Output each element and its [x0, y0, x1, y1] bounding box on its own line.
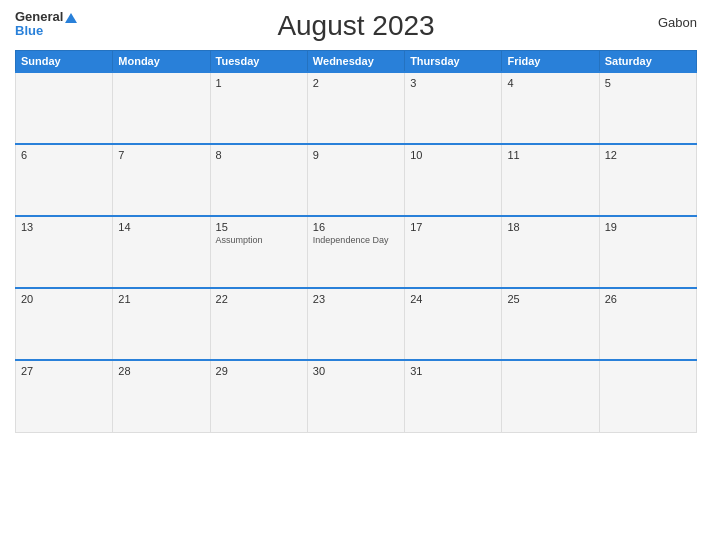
day-cell: 30	[307, 360, 404, 432]
day-cell: 23	[307, 288, 404, 360]
day-cell: 16Independence Day	[307, 216, 404, 288]
week-row-2: 6789101112	[16, 144, 697, 216]
day-cell: 31	[405, 360, 502, 432]
day-number: 9	[313, 149, 399, 161]
day-cell	[113, 72, 210, 144]
day-cell: 26	[599, 288, 696, 360]
day-cell: 21	[113, 288, 210, 360]
day-cell: 18	[502, 216, 599, 288]
day-cell: 4	[502, 72, 599, 144]
day-cell: 17	[405, 216, 502, 288]
calendar-header: General Blue August 2023 Gabon	[15, 10, 697, 42]
day-cell: 11	[502, 144, 599, 216]
day-number: 19	[605, 221, 691, 233]
holiday-name: Independence Day	[313, 235, 399, 246]
day-cell: 5	[599, 72, 696, 144]
day-cell: 6	[16, 144, 113, 216]
day-number: 12	[605, 149, 691, 161]
week-row-3: 131415Assumption16Independence Day171819	[16, 216, 697, 288]
day-number: 7	[118, 149, 204, 161]
calendar-container: General Blue August 2023 Gabon Sunday Mo…	[0, 0, 712, 550]
day-number: 28	[118, 365, 204, 377]
header-saturday: Saturday	[599, 51, 696, 73]
header-tuesday: Tuesday	[210, 51, 307, 73]
day-number: 4	[507, 77, 593, 89]
day-number: 24	[410, 293, 496, 305]
day-number: 13	[21, 221, 107, 233]
day-number: 8	[216, 149, 302, 161]
day-cell: 29	[210, 360, 307, 432]
day-number: 1	[216, 77, 302, 89]
day-cell: 20	[16, 288, 113, 360]
logo: General Blue	[15, 10, 77, 39]
day-cell	[599, 360, 696, 432]
day-cell	[16, 72, 113, 144]
day-cell: 12	[599, 144, 696, 216]
day-cell: 3	[405, 72, 502, 144]
day-number: 18	[507, 221, 593, 233]
day-cell: 9	[307, 144, 404, 216]
day-cell: 28	[113, 360, 210, 432]
holiday-name: Assumption	[216, 235, 302, 246]
day-cell: 19	[599, 216, 696, 288]
day-cell: 14	[113, 216, 210, 288]
week-row-1: 12345	[16, 72, 697, 144]
day-number: 2	[313, 77, 399, 89]
day-cell: 22	[210, 288, 307, 360]
logo-triangle-icon	[65, 13, 77, 23]
day-number: 29	[216, 365, 302, 377]
header-monday: Monday	[113, 51, 210, 73]
day-number: 15	[216, 221, 302, 233]
logo-general-text: General	[15, 10, 77, 24]
day-number: 17	[410, 221, 496, 233]
week-row-5: 2728293031	[16, 360, 697, 432]
day-number: 20	[21, 293, 107, 305]
day-cell: 15Assumption	[210, 216, 307, 288]
day-number: 5	[605, 77, 691, 89]
day-number: 21	[118, 293, 204, 305]
day-number: 16	[313, 221, 399, 233]
day-cell: 8	[210, 144, 307, 216]
day-cell: 2	[307, 72, 404, 144]
country-label: Gabon	[658, 15, 697, 30]
day-cell	[502, 360, 599, 432]
day-number: 10	[410, 149, 496, 161]
day-number: 3	[410, 77, 496, 89]
day-cell: 24	[405, 288, 502, 360]
days-header-row: Sunday Monday Tuesday Wednesday Thursday…	[16, 51, 697, 73]
day-number: 6	[21, 149, 107, 161]
day-cell: 7	[113, 144, 210, 216]
day-cell: 25	[502, 288, 599, 360]
header-wednesday: Wednesday	[307, 51, 404, 73]
day-number: 22	[216, 293, 302, 305]
header-friday: Friday	[502, 51, 599, 73]
day-number: 23	[313, 293, 399, 305]
week-row-4: 20212223242526	[16, 288, 697, 360]
header-sunday: Sunday	[16, 51, 113, 73]
day-cell: 13	[16, 216, 113, 288]
calendar-table: Sunday Monday Tuesday Wednesday Thursday…	[15, 50, 697, 433]
day-number: 31	[410, 365, 496, 377]
day-number: 14	[118, 221, 204, 233]
day-cell: 1	[210, 72, 307, 144]
day-number: 30	[313, 365, 399, 377]
calendar-body: 123456789101112131415Assumption16Indepen…	[16, 72, 697, 432]
day-cell: 27	[16, 360, 113, 432]
day-number: 27	[21, 365, 107, 377]
header-thursday: Thursday	[405, 51, 502, 73]
day-number: 25	[507, 293, 593, 305]
day-number: 26	[605, 293, 691, 305]
calendar-title: August 2023	[277, 10, 434, 42]
logo-blue-text: Blue	[15, 24, 43, 38]
day-number: 11	[507, 149, 593, 161]
day-cell: 10	[405, 144, 502, 216]
